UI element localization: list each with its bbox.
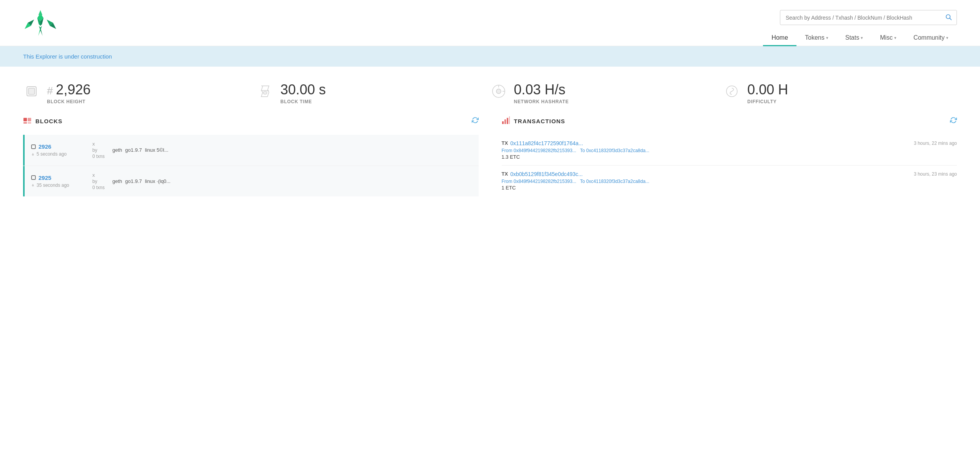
table-row: 2925 35 seconds ago x [23, 166, 479, 196]
svg-rect-28 [32, 176, 35, 179]
blocks-panel-header: BLOCKS [23, 116, 479, 129]
block-time-value: 30.00 s [280, 82, 326, 97]
svg-rect-24 [28, 118, 31, 121]
network-hashrate-label: NETWORK HASHRATE [514, 99, 569, 104]
search-icon [945, 13, 952, 20]
svg-rect-26 [28, 122, 31, 124]
tx-hash-row: TX 0xb0b5129f81f345e0dc493c... [502, 171, 583, 177]
block-details: x [92, 172, 105, 178]
block-by: by [92, 179, 105, 184]
block-time-icon [257, 83, 274, 103]
header-right: Home Tokens ▾ Stats ▾ Misc ▾ Community ▾ [763, 7, 957, 46]
logo-area [23, 7, 58, 42]
header: Home Tokens ▾ Stats ▾ Misc ▾ Community ▾ [0, 0, 980, 46]
stat-difficulty: 0.00 H DIFFICULTY [723, 82, 957, 104]
difficulty-icon [723, 83, 740, 103]
difficulty-label: DIFFICULTY [747, 99, 788, 104]
tx-hash-link[interactable]: 0xb0b5129f81f345e0dc493c... [510, 171, 583, 177]
tx-time: 3 hours, 22 mins ago [914, 141, 957, 146]
table-row: TX 0xb0b5129f81f345e0dc493c... 3 hours, … [502, 166, 957, 196]
difficulty-value: 0.00 H [747, 82, 788, 97]
stats-chevron-icon: ▾ [861, 35, 863, 40]
svg-rect-25 [23, 122, 27, 124]
svg-rect-31 [507, 118, 508, 124]
block-number: 2926 [31, 143, 85, 150]
svg-rect-30 [504, 119, 506, 124]
nav-item-stats[interactable]: Stats ▾ [837, 30, 871, 46]
blocks-icon [23, 116, 32, 126]
transactions-panel: TRANSACTIONS TX 0x111a82f4c1772590f1764a… [502, 116, 957, 196]
network-hashrate-value: 0.03 H/s [514, 82, 569, 97]
clock-icon [31, 183, 35, 187]
svg-rect-27 [32, 145, 35, 149]
nav-item-tokens[interactable]: Tokens ▾ [796, 30, 837, 46]
table-row: TX 0x111a82f4c1772590f1764a... 3 hours, … [502, 135, 957, 166]
block-cube-icon [31, 175, 36, 180]
logo-icon [23, 7, 58, 42]
blocks-panel: BLOCKS [23, 116, 479, 196]
stat-block-height: # 2,926 BLOCK HEIGHT [23, 82, 257, 104]
search-bar [780, 10, 957, 25]
tx-hash-link[interactable]: 0x111a82f4c1772590f1764a... [510, 140, 583, 146]
nav-item-misc[interactable]: Misc ▾ [871, 30, 905, 46]
community-chevron-icon: ▾ [946, 35, 948, 40]
block-time: 35 seconds ago [31, 183, 85, 188]
refresh-icon [950, 117, 957, 124]
block-height-label: BLOCK HEIGHT [47, 99, 90, 104]
stats-row: # 2,926 BLOCK HEIGHT 30.00 s BLOCK TIME [0, 67, 980, 116]
tx-amount: 1.3 ETC [502, 154, 957, 160]
svg-rect-23 [23, 118, 27, 121]
block-cube-icon [31, 144, 36, 149]
network-hashrate-icon [490, 83, 507, 103]
tx-time: 3 hours, 23 mins ago [914, 171, 957, 177]
block-number: 2925 [31, 174, 85, 181]
transactions-refresh-button[interactable] [950, 117, 957, 126]
nav-item-community[interactable]: Community ▾ [905, 30, 957, 46]
nav-menu: Home Tokens ▾ Stats ▾ Misc ▾ Community ▾ [763, 30, 957, 46]
svg-point-18 [263, 91, 267, 94]
search-button[interactable] [940, 10, 957, 25]
nav-item-home[interactable]: Home [763, 30, 796, 46]
block-details: x [92, 141, 105, 147]
refresh-icon [472, 117, 479, 124]
block-miner-info: geth go1.9.7 linux 5©l... [112, 147, 169, 153]
block-txns: 0 txns [92, 154, 105, 159]
block-height-value: # 2,926 [47, 82, 90, 97]
misc-chevron-icon: ▾ [894, 35, 897, 40]
stat-block-time: 30.00 s BLOCK TIME [257, 82, 490, 104]
svg-rect-32 [509, 116, 510, 124]
tx-amount: 1 ETC [502, 185, 957, 191]
block-height-icon [23, 83, 40, 103]
tx-from-to: From 0x849f9442198282fb215393... To 0xc4… [502, 148, 957, 153]
block-miner-info: geth go1.9.7 linux ·(lq0... [112, 178, 170, 184]
search-input[interactable] [780, 11, 940, 25]
construction-banner: This Explorer is under construction [0, 46, 980, 67]
svg-rect-16 [28, 88, 35, 94]
transactions-icon [502, 116, 510, 126]
main-content: BLOCKS [0, 116, 980, 212]
transactions-panel-header: TRANSACTIONS [502, 116, 957, 129]
clock-icon [31, 152, 35, 156]
block-time: 5 seconds ago [31, 151, 85, 157]
block-time-label: BLOCK TIME [280, 99, 326, 104]
table-row: 2926 5 seconds ago x [23, 135, 479, 166]
transactions-list: TX 0x111a82f4c1772590f1764a... 3 hours, … [502, 135, 957, 196]
svg-line-14 [950, 18, 951, 20]
stat-network-hashrate: 0.03 H/s NETWORK HASHRATE [490, 82, 724, 104]
tx-hash-row: TX 0x111a82f4c1772590f1764a... [502, 140, 583, 146]
blocks-refresh-button[interactable] [472, 117, 479, 126]
transactions-panel-title: TRANSACTIONS [502, 116, 566, 126]
blocks-panel-title: BLOCKS [23, 116, 63, 126]
tokens-chevron-icon: ▾ [826, 35, 828, 40]
tx-from-to: From 0x849f9442198282fb215393... To 0xc4… [502, 179, 957, 184]
block-by: by [92, 148, 105, 153]
svg-point-20 [496, 89, 501, 94]
block-txns: 0 txns [92, 185, 105, 190]
svg-rect-29 [502, 121, 504, 124]
blocks-list: 2926 5 seconds ago x [23, 135, 479, 196]
